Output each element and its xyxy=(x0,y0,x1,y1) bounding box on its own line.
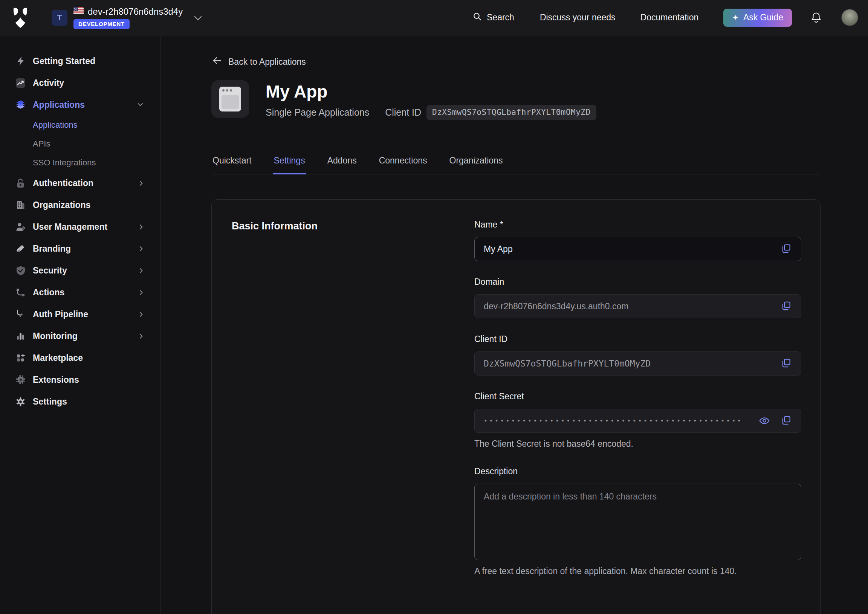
sidebar-item-activity[interactable]: Activity xyxy=(0,72,161,94)
layers-icon xyxy=(16,100,26,110)
page-title: My App xyxy=(266,81,327,102)
tab-quickstart[interactable]: Quickstart xyxy=(211,150,253,174)
chevron-down-icon xyxy=(194,16,202,22)
tab-organizations[interactable]: Organizations xyxy=(448,150,504,174)
main-content: Back to Applications My App Single Page … xyxy=(161,36,868,614)
description-field-label: Description xyxy=(474,466,801,477)
reveal-secret-eye-button[interactable] xyxy=(759,415,770,426)
name-field xyxy=(474,237,801,261)
chevron-right-icon xyxy=(140,224,143,230)
client-id-label: Client ID xyxy=(385,107,421,118)
sidebar-subitem-apis[interactable]: APIs xyxy=(0,135,161,154)
tab-addons[interactable]: Addons xyxy=(326,150,358,174)
basic-information-card: Basic Information Name * Domain dev-r2h8… xyxy=(211,199,820,614)
copy-name-button[interactable] xyxy=(781,243,792,255)
tenant-name: dev-r2h8076n6dns3d4y xyxy=(88,6,183,17)
activity-chart-icon xyxy=(16,78,26,88)
app-type-label: Single Page Applications xyxy=(266,107,369,118)
app-subtitle-row: Single Page Applications Client ID DzXSm… xyxy=(266,105,597,120)
name-input[interactable] xyxy=(484,244,781,254)
copy-client-id-button[interactable] xyxy=(781,358,792,369)
lightning-bolt-icon xyxy=(16,56,26,66)
ask-guide-label: Ask Guide xyxy=(743,12,783,23)
sidebar-item-actions[interactable]: Actions xyxy=(0,281,161,303)
discuss-your-needs-link[interactable]: Discuss your needs xyxy=(540,12,615,23)
auth0-logo-icon[interactable] xyxy=(10,6,31,29)
description-textarea[interactable] xyxy=(474,484,801,560)
building-icon xyxy=(16,200,26,210)
chevron-right-icon xyxy=(140,333,143,339)
topbar: T dev-r2h8 xyxy=(0,0,868,36)
client-id-badge[interactable]: DzXSmwQS7oSTQGLbafhrPXYLT0mOMyZD xyxy=(426,105,597,120)
topbar-divider xyxy=(40,9,40,26)
chip-icon xyxy=(16,375,26,385)
domain-field-label: Domain xyxy=(474,277,801,287)
client-secret-field-label: Client Secret xyxy=(474,391,801,402)
topbar-nav: Search Discuss your needs Documentation … xyxy=(473,9,858,27)
us-flag-icon xyxy=(73,7,84,16)
sidebar-item-user-management[interactable]: User Management xyxy=(0,216,161,238)
sidebar-subitem-applications[interactable]: Applications xyxy=(0,116,161,135)
user-avatar[interactable] xyxy=(841,9,858,26)
chevron-right-icon xyxy=(140,290,143,295)
application-icon xyxy=(211,80,249,118)
gear-icon xyxy=(16,397,26,407)
sidebar-item-branding[interactable]: Branding xyxy=(0,238,161,259)
sidebar-item-auth-pipeline[interactable]: Auth Pipeline xyxy=(0,303,161,325)
client-secret-masked-value: ••••••••••••••••••••••••••••••••••••••••… xyxy=(484,417,753,425)
name-field-label: Name * xyxy=(474,220,801,230)
tab-connections[interactable]: Connections xyxy=(378,150,428,174)
chevron-down-icon xyxy=(138,103,143,107)
section-heading: Basic Information xyxy=(232,220,318,232)
sidebar-item-marketplace[interactable]: Marketplace xyxy=(0,347,161,369)
client-secret-note: The Client Secret is not base64 encoded. xyxy=(474,439,801,449)
sidebar-item-applications[interactable]: Applications xyxy=(0,94,161,116)
sidebar-item-security[interactable]: Security xyxy=(0,259,161,281)
user-gear-icon xyxy=(16,222,26,232)
domain-value: dev-r2h8076n6dns3d4y.us.auth0.com xyxy=(484,301,628,312)
back-to-applications-link[interactable]: Back to Applications xyxy=(212,56,306,67)
notifications-bell-icon[interactable] xyxy=(811,12,822,23)
chevron-right-icon xyxy=(140,180,143,186)
sidebar-item-authentication[interactable]: Authentication xyxy=(0,172,161,194)
copy-domain-button[interactable] xyxy=(781,301,792,312)
description-hint: A free text description of the applicati… xyxy=(474,566,801,576)
chevron-right-icon xyxy=(140,246,143,252)
unlocked-padlock-icon xyxy=(16,178,26,188)
app-tabs: Quickstart Settings Addons Connections O… xyxy=(211,150,821,174)
grid-plus-icon xyxy=(16,353,26,363)
client-id-field-label: Client ID xyxy=(474,334,801,345)
basic-information-form: Name * Domain dev-r2h8076n6dns3d4y.us.au… xyxy=(474,220,801,576)
browser-window-glyph xyxy=(219,87,241,112)
copy-client-secret-button[interactable] xyxy=(781,415,792,426)
tenant-switcher[interactable]: T dev-r2h8 xyxy=(52,6,202,29)
client-id-field: DzXSmwQS7oSTQGLbafhrPXYLT0mOMyZD xyxy=(474,352,801,375)
sidebar-subitem-sso-integrations[interactable]: SSO Integrations xyxy=(0,154,161,172)
sidebar-item-monitoring[interactable]: Monitoring xyxy=(0,325,161,347)
search-label: Search xyxy=(487,12,514,23)
back-link-label: Back to Applications xyxy=(228,57,306,67)
ask-guide-button[interactable]: ✦ Ask Guide xyxy=(723,9,792,27)
client-id-value: DzXSmwQS7oSTQGLbafhrPXYLT0mOMyZD xyxy=(484,358,651,368)
sparkle-icon: ✦ xyxy=(732,14,739,22)
sidebar-item-getting-started[interactable]: Getting Started xyxy=(0,50,161,72)
sidebar-item-settings[interactable]: Settings xyxy=(0,391,161,412)
client-secret-field: ••••••••••••••••••••••••••••••••••••••••… xyxy=(474,409,801,433)
sidebar-item-organizations[interactable]: Organizations xyxy=(0,194,161,216)
search-icon xyxy=(473,12,482,23)
chevron-right-icon xyxy=(140,268,143,273)
back-arrow-icon xyxy=(212,56,222,67)
tab-settings[interactable]: Settings xyxy=(273,150,306,174)
sidebar-item-extensions[interactable]: Extensions xyxy=(0,369,161,391)
paintbrush-icon xyxy=(16,244,26,254)
shield-check-icon xyxy=(16,265,26,276)
chevron-right-icon xyxy=(140,312,143,317)
bar-chart-icon xyxy=(16,331,26,341)
documentation-link[interactable]: Documentation xyxy=(640,12,699,23)
search-button[interactable]: Search xyxy=(473,12,514,23)
flow-route-icon xyxy=(16,287,26,298)
sidebar: Getting Started Activity Applications Ap… xyxy=(0,36,161,614)
environment-badge: DEVELOPMENT xyxy=(73,19,130,29)
tenant-info: dev-r2h8076n6dns3d4y DEVELOPMENT xyxy=(73,6,183,29)
tenant-avatar: T xyxy=(52,10,67,26)
